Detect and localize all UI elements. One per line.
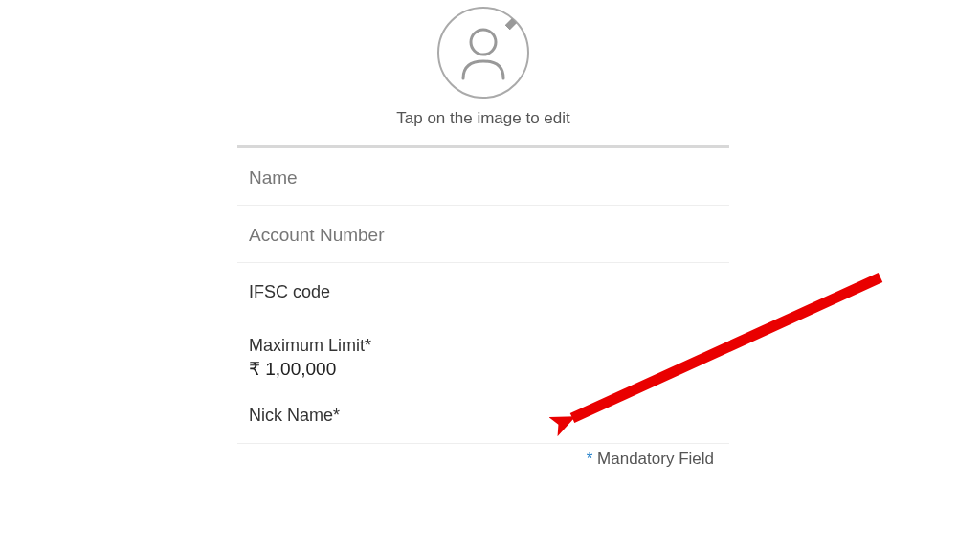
account-number-field[interactable]: Account Number — [237, 206, 729, 263]
avatar-section: Tap on the image to edit — [237, 0, 729, 140]
svg-point-1 — [471, 30, 496, 55]
ifsc-code-label: IFSC code — [249, 282, 718, 302]
avatar-caption: Tap on the image to edit — [237, 109, 729, 128]
name-field[interactable]: Name — [237, 148, 729, 206]
ifsc-code-field[interactable]: IFSC code — [237, 263, 729, 320]
add-beneficiary-form: Tap on the image to edit Name Account Nu… — [237, 0, 729, 469]
nick-name-field[interactable]: Nick Name* — [237, 386, 729, 444]
maximum-limit-label: Maximum Limit* — [249, 336, 718, 356]
maximum-limit-field[interactable]: Maximum Limit* ₹ 1,00,000 — [237, 320, 729, 386]
name-label: Name — [249, 167, 718, 188]
maximum-limit-value: ₹ 1,00,000 — [249, 358, 718, 380]
mandatory-text: Mandatory Field — [592, 450, 714, 468]
account-number-label: Account Number — [249, 225, 718, 246]
avatar-image-placeholder[interactable] — [436, 6, 530, 99]
nick-name-label: Nick Name* — [249, 406, 718, 426]
mandatory-footer: * Mandatory Field — [237, 444, 729, 469]
avatar-icon — [436, 6, 530, 99]
